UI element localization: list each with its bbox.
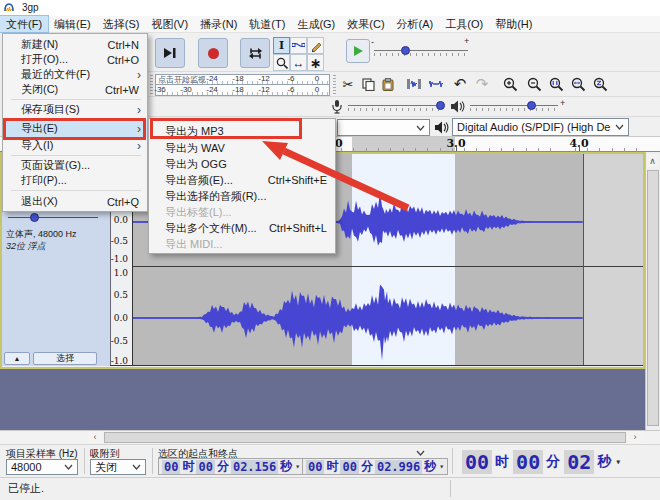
track-select-button[interactable]: 选择 [33,352,97,365]
recording-volume-thumb[interactable] [436,101,445,110]
time-shift-tool-button[interactable]: ↔ [290,54,307,71]
status-bar [0,477,660,500]
project-rate-combo[interactable]: 48000 [6,459,78,475]
zoom-tool-button[interactable] [273,54,290,71]
menu-item-export-mp3[interactable]: 导出为 MP3 [151,123,335,139]
menu-item-close[interactable]: 关闭(C)Ctrl+W [5,82,147,97]
menu-item-save-project[interactable]: 保存项目(S)› [5,102,147,117]
menu-transport[interactable]: 播录(N) [194,16,243,32]
menu-item-export-audio[interactable]: 导出音频(E)...Ctrl+Shift+E [151,172,335,188]
play-speed-slider[interactable] [374,50,468,51]
recording-volume-slider[interactable] [348,105,443,106]
menu-item-export-labels[interactable]: 导出标签(L)... [151,204,335,220]
ruler-label: 0.0 [109,314,128,323]
menu-file[interactable]: 文件(F) [0,16,48,32]
speaker-icon [450,99,465,114]
playback-volume-slider[interactable] [470,105,558,106]
record-button[interactable] [198,38,228,68]
copy-button[interactable] [358,74,378,94]
menu-item-export-multiple[interactable]: 导出多个文件(M)...Ctrl+Shift+L [151,220,335,236]
cut-icon: ✂ [343,77,354,92]
output-device-combo[interactable]: Digital Audio (S/PDIF) (High De [452,118,629,136]
collapse-track-button[interactable]: ▲ [4,352,30,365]
dropdown-icon[interactable]: ▾ [615,456,621,467]
menu-edit[interactable]: 编辑(E) [48,16,97,32]
menu-item-export-midi[interactable]: 导出 MIDI... [151,236,335,252]
menu-item-export-ogg[interactable]: 导出为 OGG [151,156,335,172]
dropdown-icon[interactable]: ▾ [295,462,300,471]
menu-item-new[interactable]: 新建(N)Ctrl+N [5,37,147,52]
zoom-out-button[interactable] [524,74,544,94]
selection-tool-button[interactable]: I [273,37,290,54]
meter-toolbar-gripper[interactable] [150,75,153,94]
cut-button[interactable]: ✂ [338,74,358,94]
input-device-combo[interactable] [337,119,430,136]
toolbar-separator [84,448,85,474]
playback-volume-thumb[interactable] [527,101,536,110]
zoom-toggle-button[interactable] [590,74,610,94]
envelope-tool-button[interactable] [290,37,307,54]
trim-audio-icon [407,78,421,90]
audio-position-field[interactable]: 00时00分02秒▾ [462,448,621,475]
loop-icon [248,47,263,60]
silence-audio-button[interactable] [426,74,446,94]
ruler-label: -0.5 [109,337,128,346]
menu-view[interactable]: 视图(V) [145,16,194,32]
edit-toolbar-gripper[interactable] [333,75,336,94]
menu-tools[interactable]: 工具(O) [439,16,489,32]
menu-tracks[interactable]: 轨道(T) [243,16,291,32]
audacity-window: 3gp 文件(F) 编辑(E) 选择(S) 视图(V) 播录(N) 轨道(T) … [0,0,660,500]
audacity-logo-icon [3,2,15,14]
scroll-right-button[interactable]: › [628,431,642,443]
fit-project-icon [571,77,586,92]
meter-tick: 0 [315,86,319,94]
menu-item-export[interactable]: 导出(E)› [5,120,147,137]
paste-button[interactable] [378,74,398,94]
track-bottom-edge [110,365,644,366]
pan-slider[interactable] [8,217,98,218]
menu-item-open[interactable]: 打开(O)...Ctrl+O [5,52,147,67]
draw-tool-button[interactable] [307,37,324,54]
menu-item-recent-files[interactable]: 最近的文件(F)› [5,67,147,82]
dropdown-icon[interactable]: ▾ [439,462,444,471]
fit-selection-button[interactable] [546,74,566,94]
undo-icon: ↶ [454,75,467,93]
menu-select[interactable]: 选择(S) [97,16,146,32]
selection-start-field[interactable]: 00时00分02.156秒▾ [158,458,304,475]
menu-item-export-wav[interactable]: 导出为 WAV [151,140,335,156]
pan-slider-thumb[interactable] [30,213,39,222]
scroll-up-button[interactable]: ∧ [646,154,659,167]
multi-tool-button[interactable]: ∗ [307,54,324,71]
chevron-down-icon [615,124,624,130]
undo-button[interactable]: ↶ [450,74,470,94]
menu-item-exit[interactable]: 退出(X)Ctrl+Q [5,194,147,209]
menu-item-print[interactable]: 打印(P)... [5,173,147,188]
play-at-speed-button[interactable] [346,39,370,63]
zoom-in-button[interactable] [500,74,520,94]
selection-mode-dropdown-icon[interactable] [416,450,425,456]
snap-combo[interactable]: 关闭 [90,459,146,475]
menu-bar: 文件(F) 编辑(E) 选择(S) 视图(V) 播录(N) 轨道(T) 生成(G… [0,16,660,33]
menu-generate[interactable]: 生成(G) [291,16,341,32]
ruler-label: -1.0 [109,255,128,264]
loop-button[interactable] [240,38,270,68]
menu-item-import[interactable]: 导入(I)› [5,138,147,153]
menu-help[interactable]: 帮助(H) [489,16,538,32]
horizontal-scroll-thumb[interactable] [104,432,626,443]
play-speed-slider-thumb[interactable] [401,46,410,55]
vertical-scroll-thumb[interactable] [647,170,659,426]
menu-effect[interactable]: 效果(C) [341,16,390,32]
selection-end-field[interactable]: 00时00分02.996秒▾ [302,458,448,475]
window-title: 3gp [22,2,39,13]
trim-audio-button[interactable] [404,74,424,94]
scroll-left-button[interactable]: ‹ [88,431,102,443]
menu-item-export-selected-audio[interactable]: 导出选择的音频(R)... [151,188,335,204]
fit-project-button[interactable] [568,74,588,94]
play-icon [352,45,364,57]
redo-button[interactable]: ↷ [472,74,492,94]
menu-separator [11,118,141,119]
skip-to-end-button[interactable] [155,38,185,68]
toolbar-divider [148,96,660,97]
menu-item-page-setup[interactable]: 页面设置(G)... [5,158,147,173]
menu-analyze[interactable]: 分析(A) [391,16,440,32]
